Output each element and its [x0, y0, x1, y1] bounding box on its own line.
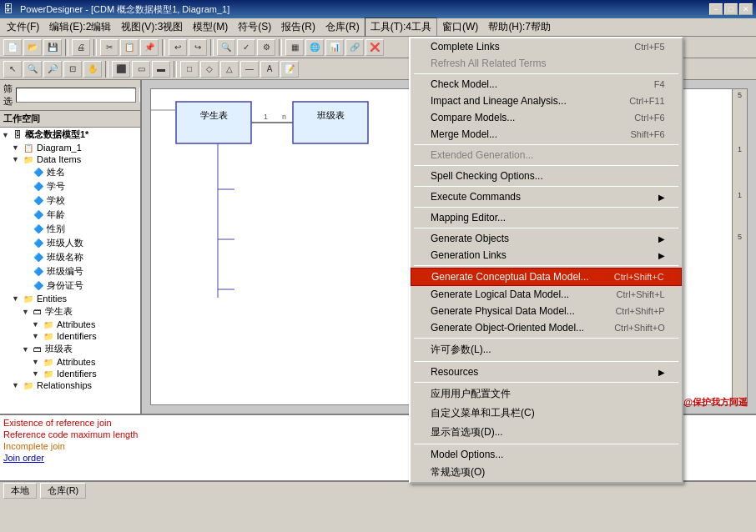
menu-report[interactable]: 报告(R) — [276, 18, 320, 36]
menu-file[interactable]: 文件(F) — [2, 18, 44, 36]
menu-model[interactable]: 模型(M) — [188, 18, 233, 36]
title-bar-text: PowerDesigner - [CDM 概念数据模型1, Diagram_1] — [17, 3, 709, 16]
menu-model-options[interactable]: Model Options... — [411, 446, 682, 463]
menu-compare-models[interactable]: Compare Models... Ctrl+F6 — [411, 109, 682, 126]
menu-view[interactable]: 视图(V):3视图 — [116, 18, 188, 36]
menu-sep-8 — [414, 338, 678, 339]
menu-help[interactable]: 帮助(H):7帮助 — [483, 18, 556, 36]
menu-repository[interactable]: 仓库(R) — [320, 18, 365, 36]
menu-exec-commands[interactable]: Execute Commands ▶ — [411, 188, 682, 205]
menu-refresh-terms: Refresh All Related Terms — [411, 55, 682, 72]
menu-sep-11 — [414, 444, 678, 444]
menu-merge-model[interactable]: Merge Model... Shift+F6 — [411, 126, 682, 143]
tools-dropdown-menu: Complete Links Ctrl+F5 Refresh All Relat… — [409, 37, 683, 484]
menu-sep-1 — [414, 73, 678, 74]
menu-apply-profile[interactable]: 应用用户配置文件 — [411, 384, 682, 404]
menu-sep-10 — [414, 382, 678, 383]
menu-gen-oom[interactable]: Generate Object-Oriented Model... Ctrl+S… — [411, 319, 682, 336]
menu-complete-links[interactable]: Complete Links Ctrl+F5 — [411, 38, 682, 55]
menu-general-options[interactable]: 常规选项(O) — [411, 463, 682, 482]
menu-display-prefs[interactable]: 显示首选项(D)... — [411, 423, 682, 442]
minimize-button[interactable]: − — [709, 3, 723, 15]
menu-customize[interactable]: 自定义菜单和工具栏(C) — [411, 404, 682, 423]
menu-license[interactable]: 许可参数(L)... — [411, 340, 682, 359]
menu-gen-cdm[interactable]: Generate Conceptual Data Model... Ctrl+S… — [411, 268, 682, 286]
menu-mapping-editor[interactable]: Mapping Editor... — [411, 209, 682, 226]
close-button[interactable]: ✕ — [739, 3, 753, 15]
menu-gen-ldm[interactable]: Generate Logical Data Model... Ctrl+Shif… — [411, 286, 682, 303]
menu-sep-2 — [414, 144, 678, 145]
title-bar: 🗄 PowerDesigner - [CDM 概念数据模型1, Diagram_… — [0, 0, 756, 18]
menu-sep-9 — [414, 361, 678, 362]
menu-sep-3 — [414, 165, 678, 166]
title-bar-icon: 🗄 — [3, 3, 13, 15]
menu-sep-6 — [414, 228, 678, 228]
menu-window[interactable]: 窗口(W) — [437, 18, 483, 36]
menu-edit[interactable]: 编辑(E):2编辑 — [44, 18, 116, 36]
menu-resources[interactable]: Resources ▶ — [411, 364, 682, 380]
menu-sep-5 — [414, 207, 678, 208]
maximize-button[interactable]: □ — [724, 3, 738, 15]
menu-symbol[interactable]: 符号(S) — [233, 18, 276, 36]
menu-generate-objects[interactable]: Generate Objects ▶ — [411, 230, 682, 247]
menu-gen-links[interactable]: Generation Links ▶ — [411, 247, 682, 263]
menu-impact-analysis[interactable]: Impact and Lineage Analysis... Ctrl+F11 — [411, 93, 682, 109]
menu-tools[interactable]: 工具(T):4工具 — [365, 18, 437, 37]
menu-sep-7 — [414, 265, 678, 266]
menu-check-model[interactable]: Check Model... F4 — [411, 76, 682, 93]
menu-bar: 文件(F) 编辑(E):2编辑 视图(V):3视图 模型(M) 符号(S) 报告… — [0, 18, 756, 37]
menu-ext-gen: Extended Generation... — [411, 147, 682, 163]
menu-gen-pdm[interactable]: Generate Physical Data Model... Ctrl+Shi… — [411, 303, 682, 319]
menu-sep-4 — [414, 186, 678, 187]
menu-spell-check[interactable]: Spell Checking Options... — [411, 168, 682, 184]
